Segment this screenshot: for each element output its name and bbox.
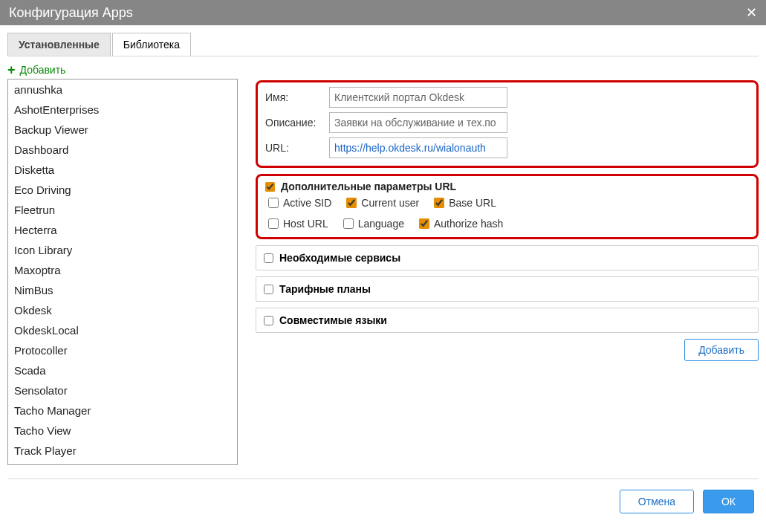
chk-auth-hash[interactable] <box>419 218 429 229</box>
add-label: Добавить <box>20 64 66 76</box>
tabs: Установленные Библиотека <box>7 33 759 56</box>
url-params-toggle[interactable] <box>265 182 275 192</box>
name-input[interactable] <box>329 87 507 108</box>
services-section[interactable]: Необходимые сервисы <box>256 245 759 270</box>
chk-active-sid[interactable] <box>268 198 279 208</box>
tab-installed[interactable]: Установленные <box>7 33 111 56</box>
list-item[interactable]: Backup Viewer <box>8 120 237 140</box>
list-item[interactable]: Maxoptra <box>8 260 237 280</box>
chk-host-url-label: Host URL <box>283 218 328 230</box>
chk-language[interactable] <box>343 218 354 229</box>
window-title: Конфигурация Apps <box>9 5 133 21</box>
title-bar: Конфигурация Apps ✕ <box>0 0 766 25</box>
chk-current-user[interactable] <box>346 198 357 208</box>
list-item[interactable]: Sensolator <box>8 380 237 400</box>
app-list[interactable]: annushkaAshotEnterprisesBackup ViewerDas… <box>7 79 238 465</box>
list-item[interactable]: Hecterra <box>8 220 237 240</box>
url-label: URL: <box>265 142 329 154</box>
list-item[interactable]: Dashboard <box>8 140 237 160</box>
url-input[interactable] <box>329 137 507 158</box>
url-params-highlight-box: Дополнительные параметры URL Active SID … <box>256 174 759 239</box>
list-item[interactable]: WiaChat <box>8 461 237 465</box>
plans-section[interactable]: Тарифные планы <box>256 276 759 302</box>
services-label: Необходимые сервисы <box>279 252 400 264</box>
list-item[interactable]: NimBus <box>8 280 237 300</box>
plans-label: Тарифные планы <box>279 283 371 295</box>
list-item[interactable]: Okdesk <box>8 300 237 320</box>
desc-label: Описание: <box>265 117 329 129</box>
list-item[interactable]: Protocoller <box>8 340 237 360</box>
list-item[interactable]: Eco Driving <box>8 180 237 200</box>
chk-host-url[interactable] <box>268 218 279 229</box>
list-item[interactable]: Track Player <box>8 441 237 461</box>
close-icon[interactable]: ✕ <box>746 4 757 21</box>
list-item[interactable]: Tacho View <box>8 421 237 441</box>
list-item[interactable]: AshotEnterprises <box>8 100 237 120</box>
list-item[interactable]: Scada <box>8 360 237 380</box>
services-toggle[interactable] <box>264 253 273 263</box>
languages-toggle[interactable] <box>264 316 273 325</box>
form-highlight-box: Имя: Описание: URL: <box>256 80 759 168</box>
plans-toggle[interactable] <box>264 285 273 294</box>
chk-base-url-label: Base URL <box>449 197 496 209</box>
chk-auth-hash-label: Authorize hash <box>434 218 503 230</box>
url-params-header: Дополнительные параметры URL <box>281 181 456 192</box>
tab-library[interactable]: Библиотека <box>112 33 191 56</box>
add-app-link[interactable]: + Добавить <box>7 64 759 76</box>
ok-button[interactable]: ОК <box>703 490 754 513</box>
list-item[interactable]: Icon Library <box>8 240 237 260</box>
list-item[interactable]: annushka <box>8 80 237 100</box>
cancel-button[interactable]: Отмена <box>620 490 694 513</box>
desc-input[interactable] <box>329 112 507 133</box>
plus-icon: + <box>7 65 16 75</box>
languages-label: Совместимые языки <box>279 314 387 326</box>
add-button[interactable]: Добавить <box>684 339 759 361</box>
dialog-footer: Отмена ОК <box>7 479 759 513</box>
list-item[interactable]: Disketta <box>8 160 237 180</box>
chk-language-label: Language <box>358 218 404 230</box>
languages-section[interactable]: Совместимые языки <box>256 308 759 333</box>
chk-base-url[interactable] <box>434 198 444 208</box>
chk-current-user-label: Current user <box>361 197 419 209</box>
chk-active-sid-label: Active SID <box>283 197 331 209</box>
name-label: Имя: <box>265 91 329 103</box>
list-item[interactable]: OkdeskLocal <box>8 320 237 340</box>
list-item[interactable]: Tacho Manager <box>8 400 237 421</box>
list-item[interactable]: Fleetrun <box>8 200 237 220</box>
